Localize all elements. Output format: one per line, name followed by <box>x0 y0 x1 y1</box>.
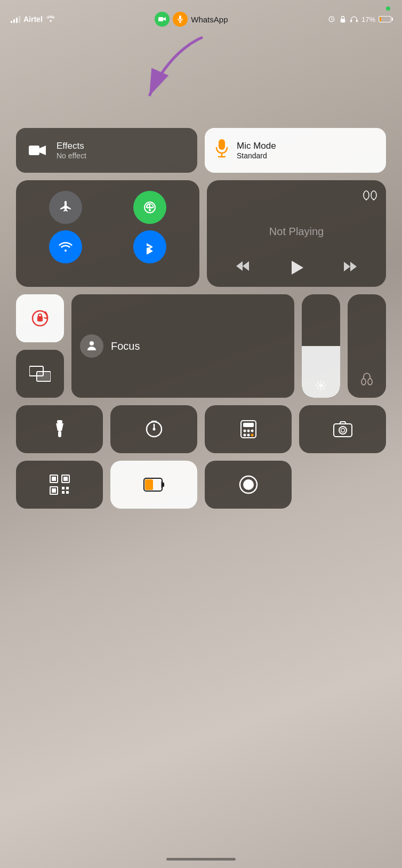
svg-rect-45 <box>57 420 62 423</box>
svg-rect-67 <box>62 487 65 489</box>
focus-icon <box>80 334 103 358</box>
timer-tile[interactable] <box>110 405 197 453</box>
svg-point-60 <box>341 429 344 432</box>
cellular-button[interactable] <box>133 191 166 224</box>
svg-rect-69 <box>62 491 65 494</box>
mic-tile[interactable]: Mic Mode Standard <box>205 128 386 173</box>
status-left: Airtel <box>11 14 55 24</box>
focus-label: Focus <box>111 340 140 352</box>
svg-rect-73 <box>163 483 164 487</box>
svg-point-18 <box>371 191 376 199</box>
svg-rect-51 <box>243 423 254 427</box>
svg-line-39 <box>317 388 318 389</box>
brightness-slider[interactable] <box>302 294 340 398</box>
play-triangle <box>292 261 303 275</box>
alarm-icon <box>327 15 336 23</box>
video-indicator <box>155 12 170 27</box>
battery-fill <box>380 17 381 21</box>
svg-point-32 <box>319 383 323 387</box>
bottom-icon-row <box>16 405 386 453</box>
green-dot <box>386 6 390 11</box>
svg-point-41 <box>361 379 366 385</box>
forward-button[interactable] <box>343 261 358 275</box>
effects-text: Effects No effect <box>57 141 86 160</box>
whatsapp-label: WhatsApp <box>191 15 228 24</box>
svg-rect-58 <box>334 424 352 437</box>
camera-tile[interactable] <box>299 405 386 453</box>
battery-status-icon <box>143 476 165 494</box>
svg-rect-9 <box>356 20 358 22</box>
control-center: Effects No effect Mic Mode Standard <box>16 128 386 509</box>
whatsapp-indicators: WhatsApp <box>155 12 228 27</box>
focus-tile[interactable]: Focus <box>71 294 294 398</box>
svg-line-6 <box>332 19 333 20</box>
svg-point-75 <box>243 479 254 490</box>
svg-line-37 <box>317 382 318 383</box>
svg-marker-22 <box>243 261 249 271</box>
screen-mirror-icon <box>29 365 51 382</box>
wifi-button[interactable] <box>49 230 82 263</box>
rewind-button[interactable] <box>235 260 250 275</box>
screen-record-tile[interactable] <box>205 461 292 509</box>
sliders-container <box>302 294 386 398</box>
signal-bar-3 <box>16 18 18 23</box>
svg-point-53 <box>247 430 250 432</box>
not-playing-label: Not Playing <box>215 203 377 260</box>
effects-tile[interactable]: Effects No effect <box>16 128 197 173</box>
effects-subtitle: No effect <box>57 151 86 160</box>
last-row <box>16 461 386 509</box>
mic-tile-icon <box>214 139 229 162</box>
qr-code-tile[interactable] <box>16 461 103 509</box>
calculator-tile[interactable] <box>205 405 292 453</box>
play-button[interactable] <box>290 261 303 275</box>
headphone-icon <box>350 15 358 23</box>
svg-rect-70 <box>66 491 69 494</box>
lock-icon <box>339 15 347 23</box>
volume-airpods-icon <box>358 372 375 391</box>
svg-rect-68 <box>66 487 69 489</box>
connectivity-tile <box>16 180 199 287</box>
svg-point-59 <box>339 427 347 434</box>
small-tiles-column <box>16 294 64 398</box>
person-icon <box>85 340 98 352</box>
svg-rect-30 <box>38 373 50 380</box>
signal-bar-4 <box>19 16 20 23</box>
qr-code-icon <box>49 474 70 495</box>
volume-slider[interactable] <box>348 294 386 398</box>
effects-title: Effects <box>57 141 86 151</box>
svg-point-55 <box>243 434 246 437</box>
battery-status-tile[interactable] <box>110 461 197 509</box>
svg-rect-27 <box>38 314 42 317</box>
media-tile: Not Playing <box>207 180 386 287</box>
svg-point-54 <box>251 430 253 432</box>
svg-rect-8 <box>350 20 352 22</box>
carrier-label: Airtel <box>23 15 43 23</box>
battery-icon <box>379 16 391 22</box>
empty-slot <box>299 461 386 509</box>
svg-rect-11 <box>29 146 39 155</box>
svg-marker-21 <box>236 261 243 271</box>
svg-point-56 <box>247 434 250 437</box>
svg-point-57 <box>251 434 253 437</box>
signal-bars <box>11 15 20 23</box>
timer-icon <box>145 420 163 438</box>
svg-rect-72 <box>145 479 153 490</box>
rotation-lock-tile[interactable] <box>16 294 64 342</box>
flashlight-tile[interactable] <box>16 405 103 453</box>
airplane-mode-button[interactable] <box>49 191 82 224</box>
middle-row: Not Playing <box>16 180 386 287</box>
bluetooth-button[interactable] <box>133 230 166 263</box>
svg-point-16 <box>149 209 151 211</box>
svg-rect-62 <box>52 477 56 481</box>
wifi-status-icon <box>46 14 55 24</box>
mic-subtitle: Standard <box>237 151 276 160</box>
battery-percent: 17% <box>361 15 375 23</box>
svg-marker-24 <box>350 262 357 271</box>
flashlight-icon <box>53 420 66 438</box>
svg-rect-0 <box>158 17 163 21</box>
effects-video-icon <box>26 139 49 162</box>
media-controls <box>215 260 377 277</box>
svg-point-52 <box>243 430 246 432</box>
svg-line-40 <box>323 382 324 383</box>
screen-mirror-tile[interactable] <box>16 350 64 398</box>
